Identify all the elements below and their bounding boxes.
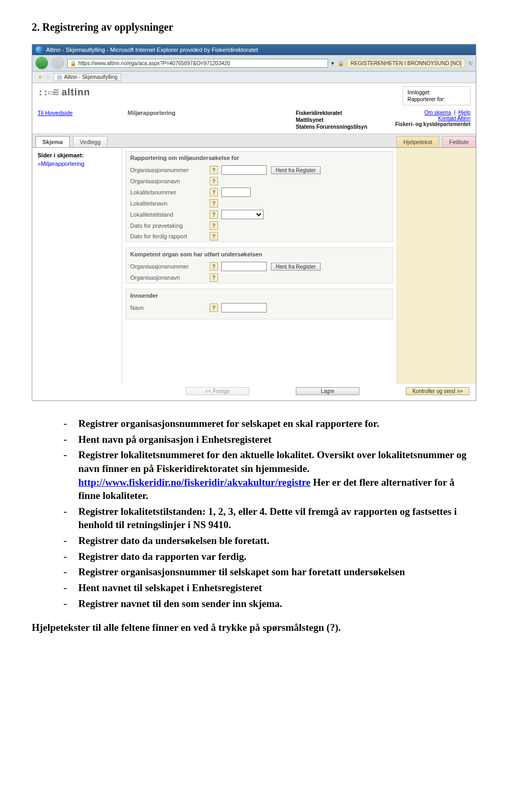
back-button[interactable] — [35, 57, 48, 69]
label-loktilstand: Lokalitetstilstand — [130, 211, 210, 218]
department-label: Fiskeri- og kystdepartementet — [395, 121, 470, 127]
schema-name: Miljørapportering — [128, 110, 296, 116]
tab-skjema[interactable]: Skjema — [35, 136, 70, 147]
tab-feilliste[interactable]: Feilliste — [442, 136, 476, 147]
help-icon[interactable]: ? — [210, 221, 218, 230]
til-hovedside-link[interactable]: Til Hovedside — [38, 110, 72, 116]
list-item: Registrer dato da undersøkelsen ble fore… — [64, 534, 476, 550]
help-icon[interactable]: ? — [210, 199, 218, 208]
forward-button[interactable] — [51, 57, 64, 69]
label-orgnavn: Organisasjonsnavn — [130, 178, 210, 184]
hent-register-button[interactable]: Hent fra Register — [271, 166, 321, 174]
help-icon[interactable]: ? — [210, 232, 218, 240]
window-title-text: Altinn - Skjemautfylling - Microsoft Int… — [46, 47, 258, 53]
label-orgnr: Organisasjonsnummer — [130, 167, 210, 173]
help-icon[interactable]: ? — [210, 210, 218, 219]
help-icon[interactable]: ? — [210, 188, 218, 197]
sidebar-item-miljo[interactable]: Miljørapportering — [38, 160, 85, 167]
fiskeridir-link[interactable]: http://www.fiskeridir.no/fiskeridir/akva… — [78, 477, 311, 488]
instruction-list: Registrer organisasjonsnummeret for sels… — [32, 417, 476, 612]
sidebar: Sider i skjemaet: Miljørapportering — [32, 148, 122, 384]
select-loktilstand[interactable] — [221, 210, 264, 219]
section-title: 2. Registrering av opplysninger — [32, 21, 476, 33]
address-bar[interactable]: 🔒 https://www.altinn.no/ega/aca.aspx?P=4… — [67, 59, 328, 68]
hjelp-link[interactable]: Hjelp — [458, 110, 470, 115]
tab-hjelpetekst[interactable]: Hjelpetekst — [396, 136, 439, 147]
list-item: Registrer dato da rapporten var ferdig. — [64, 550, 476, 566]
label-orgnr2: Organisasjonsnummer — [130, 263, 210, 270]
lock-icon: 🔒 — [70, 60, 76, 66]
help-icon[interactable]: ? — [210, 177, 218, 185]
section2-header: Kompetent organ som har utført undersøke… — [126, 248, 393, 261]
header-links: Om skjema | Hjelp Kontakt Altinn Fiskeri… — [386, 110, 470, 127]
label-loknr: Lokalitetsnummer — [130, 189, 210, 195]
input-orgnr[interactable] — [221, 165, 267, 175]
login-status-box: Innlogget: Rapporterer for: — [403, 86, 470, 105]
page-icon: ▤ — [57, 74, 62, 80]
altinn-logo: ::▭≡ altinn — [38, 86, 90, 98]
kontroller-send-button[interactable]: Kontroller og send >> — [406, 387, 469, 395]
lagre-button[interactable]: Lagre — [296, 387, 359, 395]
agencies-list: Fiskeridirektoratet Mattilsynet Statens … — [296, 110, 386, 130]
hent-register-button-2[interactable]: Hent fra Register — [271, 263, 321, 271]
reporting-for-label: Rapporterer for: — [407, 96, 466, 103]
ie-nav-toolbar: 🔒 https://www.altinn.no/ega/aca.aspx?P=4… — [32, 55, 476, 72]
browser-tab[interactable]: ▤ Altinn - Skjemautfylling — [53, 73, 121, 81]
label-dato-rapport: Dato for ferdig rapport — [130, 233, 210, 239]
input-loknr[interactable] — [221, 188, 251, 197]
sidebar-title: Sider i skjemaet: — [38, 152, 116, 158]
logged-in-label: Innlogget: — [407, 89, 466, 96]
help-icon[interactable]: ? — [210, 262, 218, 271]
forrige-button[interactable]: << Forrige — [186, 387, 249, 395]
label-navn: Navn — [130, 305, 210, 311]
help-icon[interactable]: ? — [210, 273, 218, 282]
tab-vedlegg[interactable]: Vedlegg — [73, 136, 108, 147]
refresh-icon[interactable]: ↻ — [468, 60, 473, 66]
window-titlebar: Altinn - Skjemautfylling - Microsoft Int… — [32, 44, 476, 55]
om-skjema-link[interactable]: Om skjema — [424, 110, 451, 115]
help-note: Hjelpetekster til alle feltene finner en… — [32, 622, 476, 633]
list-item: Registrer organisasjonsnummeret for sels… — [64, 417, 476, 433]
kontakt-altinn-link[interactable]: Kontakt Altinn — [438, 115, 470, 121]
list-item: Registrer organisasjonsnummer til selska… — [64, 565, 476, 581]
form-area: Rapportering om miljøundersøkelse for Or… — [122, 148, 396, 384]
ie-window: Altinn - Skjemautfylling - Microsoft Int… — [32, 44, 476, 401]
section1-header: Rapportering om miljøundersøkelse for — [126, 151, 393, 164]
section3-header: Innsender — [126, 289, 393, 302]
favorites-star-icon[interactable]: ★ — [38, 74, 42, 80]
ie-icon — [35, 46, 43, 53]
list-item: Hent navnet til selskapet i Enhetsregist… — [64, 581, 476, 597]
cert-lock-icon: 🔒 — [338, 60, 344, 66]
dropdown-arrow-icon[interactable]: ▾ — [331, 60, 334, 67]
security-zone[interactable]: REGISTERENHETEN I BRONNOYSUND [NO] — [347, 59, 465, 68]
list-item: Registrer lokalitetstilstanden: 1, 2, 3,… — [64, 505, 476, 534]
add-favorite-icon[interactable]: ☆ — [46, 74, 50, 80]
help-panel — [396, 148, 476, 384]
input-navn[interactable] — [221, 303, 267, 313]
help-icon[interactable]: ? — [210, 304, 218, 312]
list-item: Registrer lokalitetsnummeret for den akt… — [64, 448, 476, 505]
label-dato-prove: Dato for prøvetaking — [130, 222, 210, 229]
url-text: https://www.altinn.no/ega/aca.aspx?P=407… — [78, 60, 230, 66]
label-loknavn: Lokalitetsnavn — [130, 200, 210, 207]
ie-favorites-bar: ★ ☆ ▤ Altinn - Skjemautfylling — [32, 72, 476, 83]
list-item: Hent navn på organisasjon i Enhetsregist… — [64, 433, 476, 449]
list-item: Registrer navnet til den som sender inn … — [64, 597, 476, 613]
label-orgnavn2: Organisasjonsnavn — [130, 274, 210, 281]
input-orgnr2[interactable] — [221, 262, 267, 271]
help-icon[interactable]: ? — [210, 166, 218, 174]
